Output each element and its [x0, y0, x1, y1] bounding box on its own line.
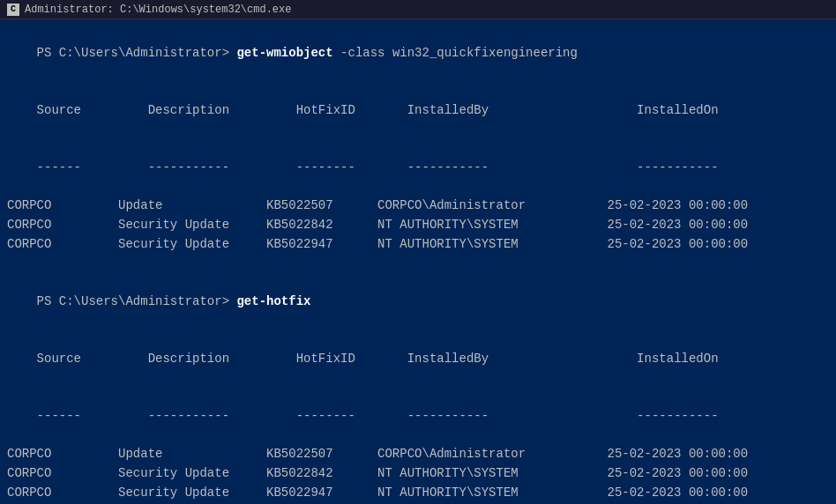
command1-params: -class win32_quickfixengineering — [333, 46, 578, 60]
table-row: CORPCO Security Update KB5022842 NT AUTH… — [7, 464, 829, 484]
table2-separator: ------ ----------- -------- ----------- … — [7, 388, 829, 445]
table-row: CORPCO Security Update KB5022947 NT AUTH… — [7, 235, 829, 255]
command1-line: PS C:\Users\Administrator> get-wmiobject… — [7, 25, 829, 82]
table1-header: Source Description HotFixID InstalledBy … — [7, 82, 829, 139]
command1-text: get-wmiobject — [236, 46, 332, 60]
command2-text: get-hotfix — [236, 294, 310, 308]
table-row: CORPCO Update KB5022507 CORPCO\Administr… — [7, 196, 829, 216]
prompt2: PS C:\Users\Administrator> — [37, 294, 237, 308]
title-bar-text: Administrator: C:\Windows\system32\cmd.e… — [25, 4, 291, 16]
blank-line — [7, 254, 829, 273]
prompt1: PS C:\Users\Administrator> — [37, 46, 237, 60]
table2-header: Source Description HotFixID InstalledBy … — [7, 330, 829, 388]
table1-separator: ------ ----------- -------- ----------- … — [7, 139, 829, 196]
table-row: CORPCO Security Update KB5022947 NT AUTH… — [7, 484, 829, 503]
table-row: CORPCO Security Update KB5022842 NT AUTH… — [7, 216, 829, 235]
table-row: CORPCO Update KB5022507 CORPCO\Administr… — [7, 445, 829, 464]
command2-line: PS C:\Users\Administrator> get-hotfix — [7, 273, 829, 330]
terminal-window[interactable]: PS C:\Users\Administrator> get-wmiobject… — [0, 19, 836, 504]
terminal-icon: C — [7, 4, 19, 16]
title-bar: C Administrator: C:\Windows\system32\cmd… — [0, 0, 836, 19]
